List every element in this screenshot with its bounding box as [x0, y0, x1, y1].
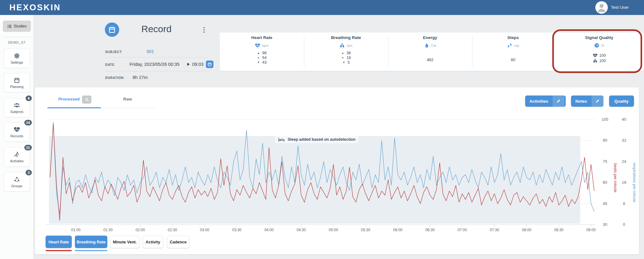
tab-underline — [101, 108, 154, 108]
min-icon: ▼ — [257, 61, 260, 64]
droplet-icon — [424, 43, 429, 48]
stat-title: Signal Quality — [554, 35, 644, 40]
person-icon — [595, 1, 608, 14]
pencil-icon — [556, 99, 561, 103]
stat-unit: % — [601, 44, 604, 47]
duration-label: DURATION — [105, 76, 124, 80]
br-quality-value: 100 — [599, 59, 606, 63]
stat-avg: 54 — [262, 56, 267, 60]
heart-pulse-icon — [14, 126, 20, 133]
top-navbar: HEXOSKIN Test User — [0, 0, 644, 15]
sidebar-item-label: Subjects — [10, 110, 23, 114]
chart-plot[interactable] — [46, 120, 595, 225]
series-toggle-heart-rate[interactable]: Heart Rate — [46, 236, 72, 248]
left-axis-title: beats per minute — [613, 163, 617, 192]
avg-icon: ● — [257, 56, 260, 59]
x-tick-label: 07:30 — [490, 228, 499, 232]
stat-title: Heart Rate — [220, 35, 304, 40]
records-count-badge: 24 — [24, 120, 32, 125]
gear-icon — [14, 53, 20, 59]
x-tick-label: 04:30 — [296, 228, 306, 232]
record-menu-button[interactable] — [201, 26, 207, 35]
stat-title: Steps — [472, 35, 554, 40]
edit-activities-button[interactable] — [553, 95, 564, 107]
notes-button-label: Notes — [571, 99, 592, 104]
studies-label: Studies — [14, 24, 27, 28]
x-tick-label: 09:00 — [586, 228, 596, 232]
sidebar: Studies DEMO_ST Settings Planning 6 Subj… — [0, 15, 34, 259]
tab-processed[interactable]: Processed — [58, 97, 80, 101]
steps-icon — [507, 43, 512, 48]
right-axis-tick: 8 — [623, 201, 625, 206]
breathing-rate-series-underline — [75, 250, 107, 251]
divider — [105, 71, 208, 71]
sleep-annotation-text: Sleep added based on autodetection — [288, 137, 355, 142]
series-toggle-minute-vent[interactable]: Minute Vent. — [110, 236, 139, 248]
series-toggle-breathing-rate[interactable]: Breathing Rate — [75, 236, 107, 248]
quality-button-label: Quality — [610, 99, 633, 104]
sidebar-item-activities[interactable]: 21 Activities — [4, 147, 30, 167]
date-picker-button[interactable] — [206, 61, 213, 68]
calendar-icon — [14, 77, 20, 83]
stat-avg: 18 — [347, 56, 351, 60]
stat-value: 80 — [472, 57, 554, 62]
activities-button-label: Activities — [525, 99, 553, 104]
right-axis-tick: 24 — [622, 159, 626, 164]
quality-button[interactable]: Quality — [609, 95, 634, 107]
stat-unit: rpm — [347, 44, 352, 47]
sidebar-item-subjects[interactable]: 6 Subjects — [4, 98, 30, 117]
heart-rate-series-underline — [46, 250, 72, 251]
sidebar-item-groups[interactable]: 3 Groups — [4, 172, 30, 192]
sidebar-item-label: Records — [11, 134, 23, 138]
lungs-icon — [593, 58, 598, 63]
series-toggle-activity[interactable]: Activity — [143, 236, 163, 248]
right-axis-tick: 32 — [622, 138, 626, 143]
tab-raw[interactable]: Raw — [123, 97, 132, 101]
calendar-icon — [207, 62, 212, 66]
sidebar-item-studies[interactable]: Studies — [3, 21, 31, 32]
summary-stats-panel: Heart Rate bpm ▲96 ●54 ▼43 Breathing Rat… — [219, 32, 644, 71]
x-tick-label: 02:00 — [135, 228, 145, 232]
subjects-count-badge: 6 — [26, 95, 32, 101]
max-icon: ▲ — [257, 51, 260, 55]
left-axis-tick: 60 — [603, 180, 607, 185]
stat-title: Energy — [388, 35, 472, 40]
right-axis-title: respirations per minute — [632, 163, 637, 202]
stat-max: 96 — [262, 51, 267, 55]
notes-button[interactable]: Notes — [571, 95, 603, 107]
stat-value: 482 — [388, 57, 472, 62]
x-tick-label: 08:00 — [522, 228, 531, 232]
list-icon — [7, 24, 12, 29]
stat-title: Breathing Rate — [304, 35, 388, 40]
pencil-icon — [595, 99, 600, 103]
left-axis-tick: 45 — [603, 201, 607, 206]
sidebar-item-settings[interactable]: Settings — [4, 49, 30, 68]
zoom-search-button[interactable] — [82, 95, 91, 104]
activities-button[interactable]: Activities — [525, 95, 566, 107]
username-label[interactable]: Test User — [611, 0, 629, 15]
series-toggle-cadence[interactable]: Cadence — [167, 236, 189, 248]
sleep-annotation: Sleep added based on autodetection — [275, 136, 359, 143]
sidebar-item-planning[interactable]: Planning — [4, 73, 30, 92]
x-tick-label: 04:00 — [264, 228, 274, 232]
sidebar-item-records[interactable]: 24 Records — [4, 122, 30, 142]
x-tick-label: 05:30 — [361, 228, 370, 232]
hr-quality-value: 100 — [599, 53, 606, 58]
user-avatar[interactable] — [595, 1, 608, 14]
hexoskin-logo[interactable]: HEXOSKIN — [9, 0, 61, 15]
groups-count-badge: 3 — [26, 170, 32, 175]
edit-notes-button[interactable] — [592, 95, 603, 107]
sidebar-item-label: Activities — [10, 159, 23, 163]
right-axis-tick: 40 — [622, 117, 626, 122]
sidebar-item-label: Groups — [11, 184, 22, 188]
x-tick-label: 01:00 — [71, 228, 80, 232]
stat-min: 43 — [262, 60, 267, 65]
stat-unit: Cal — [431, 44, 436, 47]
subject-value-link[interactable]: 001 — [147, 49, 154, 54]
record-data-panel: Processed Raw Activities Notes Quality 0… — [35, 87, 639, 254]
x-tick-label: 05:00 — [329, 228, 338, 232]
heart-pulse-icon — [593, 53, 598, 58]
bed-icon — [278, 137, 285, 142]
x-tick-label: 06:30 — [425, 228, 435, 232]
stat-unit: rep — [514, 44, 519, 47]
